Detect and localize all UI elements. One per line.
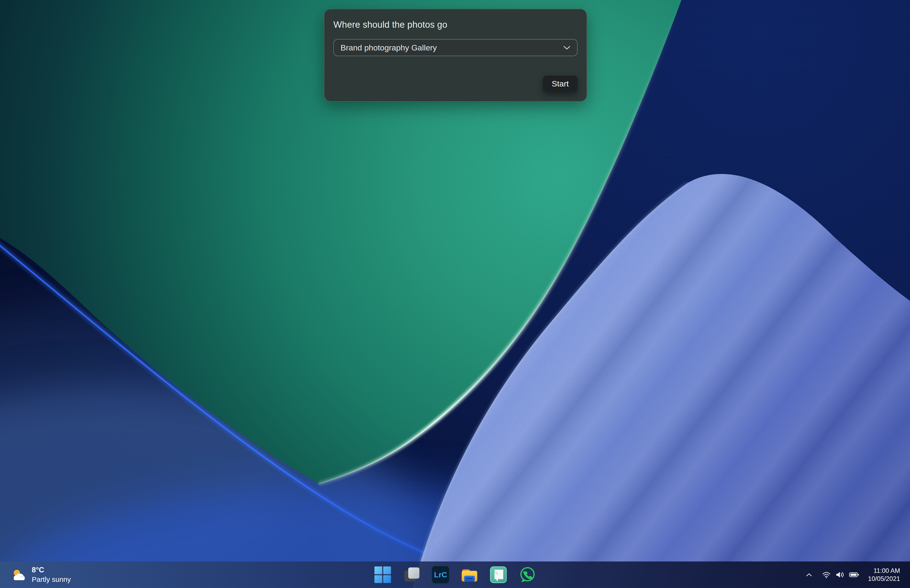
clock-time: 11:00 AM [868, 567, 900, 575]
wifi-icon [822, 571, 831, 578]
windows-start-icon [373, 565, 392, 584]
volume-button[interactable] [833, 569, 847, 581]
photos-destination-select[interactable]: Brand photography Gallery [333, 39, 577, 56]
notes-app-icon [489, 565, 508, 584]
battery-button[interactable] [847, 570, 862, 580]
lightroom-classic-button[interactable]: LrC [431, 565, 450, 584]
chevron-down-icon [563, 46, 571, 50]
whatsapp-button[interactable] [518, 565, 537, 584]
battery-icon [849, 572, 859, 578]
notes-app-button[interactable] [489, 565, 508, 584]
whatsapp-icon [518, 565, 537, 584]
weather-temperature: 8°C [32, 566, 71, 574]
start-button[interactable]: Start [543, 76, 577, 92]
task-view-icon [402, 565, 421, 584]
dialog-title: Where should the photos go [333, 19, 577, 30]
start-menu-button[interactable] [373, 565, 392, 584]
file-explorer-icon [460, 565, 479, 584]
taskbar-apps: LrC [373, 562, 537, 588]
weather-widget[interactable]: 8°C Partly sunny [7, 562, 75, 588]
weather-condition: Partly sunny [32, 575, 71, 584]
volume-icon [836, 571, 844, 578]
clock-date: 10/05/2021 [868, 575, 900, 583]
taskbar: 8°C Partly sunny [0, 562, 910, 588]
hidden-icons-button[interactable] [803, 570, 815, 579]
weather-texts: 8°C Partly sunny [32, 566, 71, 584]
select-value: Brand photography Gallery [341, 43, 563, 52]
task-view-button[interactable] [402, 565, 421, 584]
wifi-button[interactable] [820, 569, 833, 581]
partly-sunny-icon [11, 567, 27, 582]
lightroom-classic-label: LrC [434, 570, 447, 579]
file-explorer-button[interactable] [460, 565, 479, 584]
lightroom-classic-icon: LrC [431, 565, 450, 584]
photos-destination-dialog: Where should the photos go Brand photogr… [324, 9, 587, 102]
system-tray: 11:00 AM 10/05/2021 [803, 562, 902, 588]
clock[interactable]: 11:00 AM 10/05/2021 [866, 566, 902, 584]
chevron-up-icon [806, 573, 812, 577]
